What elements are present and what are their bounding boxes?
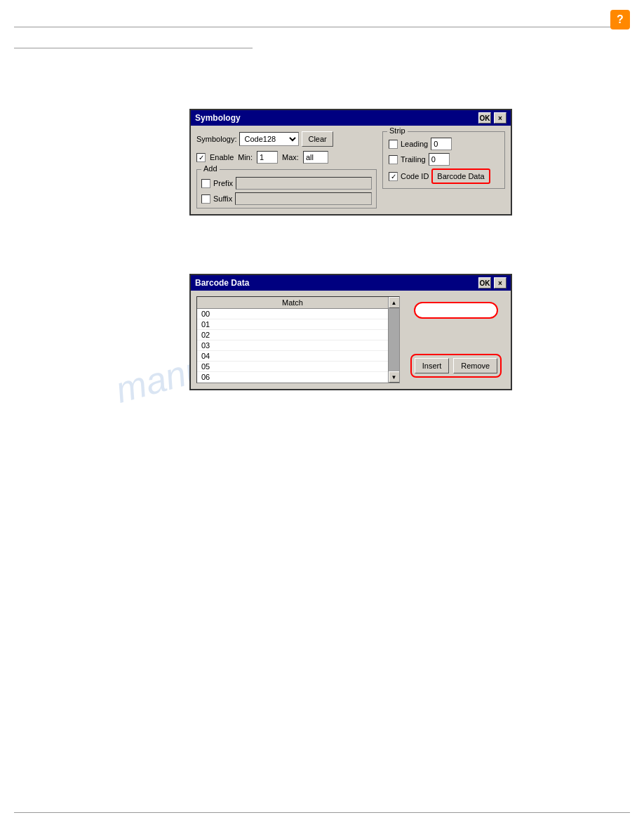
help-icon[interactable]: ? [610,10,630,29]
list-item[interactable]: 01 [197,319,388,330]
strip-group: Strip Leading Trailing Code ID Barcode D… [382,131,505,189]
max-input[interactable] [303,151,328,164]
code-id-label: Code ID [401,172,429,180]
suffix-input[interactable] [235,192,372,205]
remove-button[interactable]: Remove [453,358,497,373]
suffix-row: Suffix [201,192,372,205]
barcode-list-container: Match 00 01 02 03 04 05 06 ▲ ▼ [196,296,400,383]
barcode-title: Barcode Data [195,278,249,288]
symbology-body: Symbology: Code128 Clear Enable Min: Max… [191,126,511,214]
symbology-right: Strip Leading Trailing Code ID Barcode D… [382,131,505,208]
symbology-select[interactable]: Code128 [239,132,299,146]
symbology-titlebar: Symbology OK × [191,110,511,126]
suffix-checkbox[interactable] [201,194,210,204]
trailing-checkbox[interactable] [389,155,398,164]
barcode-titlebar: Barcode Data OK × [191,275,511,291]
leading-input[interactable] [431,138,452,150]
sub-divider [14,48,253,48]
barcode-titlebar-controls: OK × [478,277,507,289]
code-id-row: Code ID Barcode Data [389,168,499,184]
enable-label: Enable [210,153,234,161]
list-item[interactable]: 00 [197,309,388,319]
symbology-dialog: Symbology OK × Symbology: Code128 Clear … [189,109,512,216]
list-item[interactable]: 05 [197,362,388,372]
barcode-right-panel: Insert Remove [407,296,505,383]
barcode-list-content: Match 00 01 02 03 04 05 06 [197,297,388,383]
barcode-body: Match 00 01 02 03 04 05 06 ▲ ▼ [191,291,511,389]
scroll-down-button[interactable]: ▼ [389,371,400,383]
list-item[interactable]: 04 [197,351,388,362]
symbology-ok-button[interactable]: OK [478,112,491,124]
leading-checkbox[interactable] [389,140,398,149]
prefix-label: Prefix [213,179,233,187]
symbology-title: Symbology [195,113,241,123]
max-label: Max: [282,153,299,161]
trailing-label: Trailing [401,155,426,164]
clear-button[interactable]: Clear [302,131,333,147]
barcode-list-header: Match [197,297,388,309]
scroll-track [389,308,399,371]
barcode-list-area: Match 00 01 02 03 04 05 06 ▲ ▼ [196,296,400,383]
symbology-close-button[interactable]: × [494,112,507,124]
barcode-action-buttons: Insert Remove [410,354,502,378]
prefix-row: Prefix [201,177,372,190]
suffix-label: Suffix [213,194,232,203]
barcode-list-rows: 00 01 02 03 04 05 06 [197,309,388,383]
bottom-divider [14,812,630,813]
list-item[interactable]: 02 [197,330,388,340]
trailing-input[interactable] [429,153,450,166]
top-divider [14,27,630,27]
trailing-row: Trailing [389,153,499,166]
add-group: Add Prefix Suffix [196,169,377,208]
list-item[interactable]: 06 [197,372,388,383]
scroll-up-button[interactable]: ▲ [389,297,400,308]
symbology-row: Symbology: Code128 Clear [196,131,377,147]
barcode-close-button[interactable]: × [494,277,507,289]
enable-checkbox[interactable] [196,153,206,162]
barcode-data-dialog: Barcode Data OK × Match 00 01 02 03 04 0… [189,274,512,390]
prefix-checkbox[interactable] [201,179,210,188]
symbology-left: Symbology: Code128 Clear Enable Min: Max… [196,131,377,208]
insert-button[interactable]: Insert [415,358,450,373]
barcode-match-input[interactable] [414,302,498,319]
symbology-titlebar-controls: OK × [478,112,507,124]
add-legend: Add [201,164,220,173]
prefix-input[interactable] [236,177,372,190]
barcode-scrollbar: ▲ ▼ [388,297,399,383]
strip-legend: Strip [387,126,408,135]
barcode-ok-button[interactable]: OK [478,277,491,289]
leading-row: Leading [389,138,499,150]
enable-row: Enable Min: Max: [196,151,377,164]
code-id-checkbox[interactable] [389,172,398,181]
symbology-label: Symbology: [196,135,236,143]
min-label: Min: [238,153,253,161]
min-input[interactable] [257,151,278,164]
barcode-data-button[interactable]: Barcode Data [431,168,490,184]
leading-label: Leading [401,140,428,148]
list-item[interactable]: 03 [197,340,388,351]
